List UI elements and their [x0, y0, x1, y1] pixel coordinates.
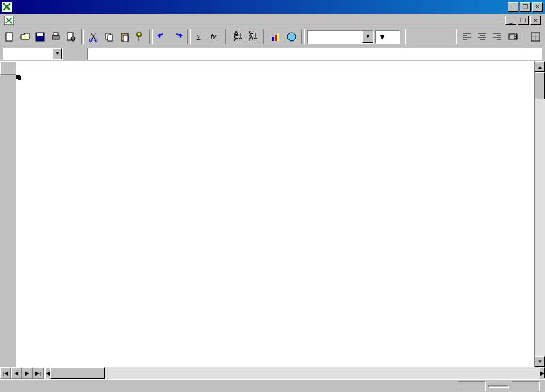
align-center-icon[interactable] — [475, 29, 489, 44]
scroll-right-icon[interactable]: ▶ — [540, 368, 545, 378]
align-left-icon[interactable] — [460, 29, 474, 44]
formula-bar-row: ▼ — [0, 46, 545, 61]
select-all-corner[interactable] — [0, 61, 16, 75]
svg-point-24 — [287, 33, 296, 41]
vertical-scrollbar[interactable]: ▲ ▼ — [534, 61, 545, 367]
mdi-restore-button[interactable]: ❐ — [518, 16, 529, 25]
status-indicator — [512, 381, 540, 391]
tab-next-icon[interactable]: ▶ — [22, 368, 33, 379]
svg-rect-12 — [108, 35, 112, 41]
merge-icon[interactable]: -a- — [505, 29, 520, 44]
tab-first-icon[interactable]: |◀ — [0, 368, 11, 379]
menubar: _ ❐ × — [0, 14, 545, 27]
titlebar: _ ❐ × — [0, 0, 545, 14]
format-painter-icon[interactable] — [133, 29, 147, 44]
menu-file[interactable] — [18, 19, 27, 22]
num-lock-indicator — [488, 385, 509, 388]
tab-last-icon[interactable]: ▶| — [33, 368, 44, 379]
formula-input[interactable] — [87, 48, 542, 60]
menu-format[interactable] — [56, 19, 65, 22]
svg-rect-21 — [272, 37, 274, 41]
svg-text:-a-: -a- — [511, 32, 518, 40]
chart-icon[interactable] — [269, 29, 283, 44]
status-indicator — [458, 381, 486, 391]
align-right-icon[interactable] — [490, 29, 505, 44]
underline-button[interactable] — [438, 29, 451, 44]
menu-insert[interactable] — [46, 19, 56, 22]
menu-data[interactable] — [75, 19, 84, 22]
bold-button[interactable] — [409, 29, 422, 44]
svg-text:Σ: Σ — [196, 33, 201, 42]
mdi-minimize-button[interactable]: _ — [505, 16, 516, 25]
svg-point-9 — [89, 39, 92, 42]
autosum-icon[interactable]: Σ — [193, 29, 208, 44]
svg-rect-2 — [6, 33, 12, 41]
scroll-up-icon[interactable]: ▲ — [535, 61, 545, 72]
scroll-down-icon[interactable]: ▼ — [535, 356, 545, 367]
excel-app-icon — [2, 2, 12, 12]
svg-text:Я: Я — [234, 34, 239, 42]
scroll-thumb[interactable] — [535, 72, 545, 99]
minimize-button[interactable]: _ — [508, 2, 518, 12]
sort-desc-icon[interactable]: ЯA — [247, 29, 261, 44]
menu-help[interactable] — [94, 19, 104, 22]
redo-icon[interactable] — [170, 29, 185, 44]
menu-edit[interactable] — [27, 19, 37, 22]
font-name-select[interactable]: ▼ — [307, 30, 374, 44]
preview-icon[interactable] — [64, 29, 78, 44]
svg-text:fx: fx — [211, 33, 217, 41]
svg-rect-7 — [67, 33, 73, 40]
svg-point-10 — [95, 39, 97, 42]
tab-prev-icon[interactable]: ◀ — [11, 368, 22, 379]
map-icon[interactable] — [284, 29, 298, 44]
svg-text:A: A — [249, 34, 254, 42]
font-size-select[interactable]: ▼ — [375, 30, 400, 44]
name-box[interactable]: ▼ — [3, 48, 63, 60]
svg-rect-23 — [277, 33, 279, 41]
scroll-thumb[interactable] — [50, 368, 105, 379]
paste-icon[interactable] — [117, 29, 131, 44]
scroll-left-icon[interactable]: ◀ — [45, 368, 50, 378]
statusbar — [0, 379, 545, 392]
svg-rect-5 — [52, 35, 59, 39]
horizontal-scrollbar[interactable]: ◀ ▶ — [45, 368, 545, 379]
svg-rect-6 — [54, 33, 58, 35]
save-icon[interactable] — [33, 29, 48, 44]
undo-icon[interactable] — [155, 29, 170, 44]
svg-rect-4 — [37, 33, 43, 36]
doc-icon — [4, 16, 14, 25]
close-button[interactable]: × — [532, 2, 543, 12]
active-cell-cursor — [16, 75, 20, 79]
menu-window[interactable] — [84, 19, 94, 22]
copy-icon[interactable] — [102, 29, 116, 44]
svg-rect-22 — [275, 35, 277, 41]
standard-toolbar: Σ fx AЯ ЯA ▼ ▼ -a- — [0, 27, 545, 46]
svg-rect-14 — [123, 35, 128, 42]
print-icon[interactable] — [49, 29, 63, 44]
sort-asc-icon[interactable]: AЯ — [231, 29, 245, 44]
chevron-down-icon[interactable]: ▼ — [52, 48, 62, 59]
spreadsheet-grid: ▲ ▼ — [0, 61, 545, 367]
restore-button[interactable]: ❐ — [520, 2, 531, 12]
menu-view[interactable] — [37, 19, 46, 22]
function-icon[interactable]: fx — [208, 29, 223, 44]
menu-service[interactable] — [65, 19, 75, 22]
borders-icon[interactable] — [528, 29, 542, 44]
mdi-close-button[interactable]: × — [530, 16, 541, 25]
cut-icon[interactable] — [87, 29, 101, 44]
sheet-tabs-row: |◀ ◀ ▶ ▶| ◀ ▶ — [0, 367, 545, 379]
chevron-down-icon[interactable]: ▼ — [362, 31, 373, 43]
chevron-down-icon[interactable]: ▼ — [379, 33, 386, 41]
italic-button[interactable] — [423, 29, 436, 44]
open-icon[interactable] — [18, 29, 33, 44]
new-icon[interactable] — [3, 29, 17, 44]
